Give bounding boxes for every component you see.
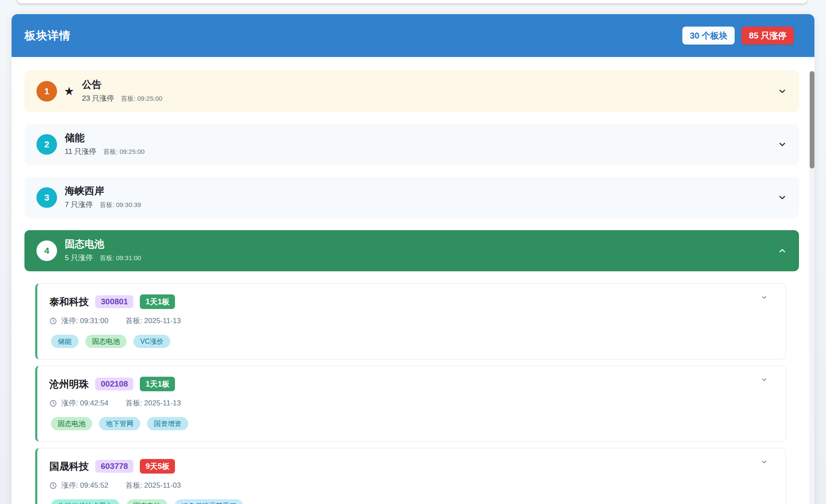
chevron-up-icon [778, 246, 787, 255]
concept-tag: 固态电池 [51, 417, 92, 430]
concept-tag: 固态电池 [127, 499, 168, 504]
sector-subtitle: 11 只涨停 首板: 09:25:00 [65, 147, 145, 156]
sector-subtitle: 23 只涨停 首板: 09:25:00 [82, 93, 162, 103]
sector-first-board-time: 首板: 09:31:00 [99, 254, 141, 262]
sector-subtitle: 7 只涨停 首板: 09:30:39 [65, 200, 141, 210]
concept-tag: 固态电池 [85, 335, 127, 348]
concept-tag: 地下管网 [99, 417, 140, 430]
stock-meta: 涨停: 09:45:52 首板: 2025-11-03 [49, 480, 773, 490]
stock-name: 泰和科技 [49, 295, 89, 309]
stock-head: 沧州明珠 002108 1天1板 [49, 377, 773, 391]
first-board-date: 首板: 2025-11-13 [126, 398, 181, 408]
sector-row-2[interactable]: 2 储能 11 只涨停 首板: 09:25:00 [24, 124, 799, 165]
tag-row: 固态电池 地下管网 国资增资 [51, 417, 773, 430]
rank-badge: 4 [36, 240, 57, 261]
stock-list: 泰和科技 300801 1天1板 涨停: 09:31:00 首板: 2025-1… [35, 283, 786, 504]
panel-body: 1 ★ 公告 23 只涨停 首板: 09:25:00 2 储能 11 只涨停 首… [12, 57, 814, 504]
sector-text: 公告 23 只涨停 首板: 09:25:00 [82, 79, 162, 103]
sector-count-badge: 30 个板块 [682, 27, 735, 45]
concept-tag: 绿色低碳示范工程 [175, 499, 243, 504]
rank-badge: 2 [36, 134, 57, 155]
tag-row: 储能 固态电池 VC涨价 [51, 335, 773, 348]
streak-badge: 1天1板 [140, 294, 175, 309]
sector-name: 固态电池 [65, 239, 141, 249]
stock-card-cangzhou[interactable]: 沧州明珠 002108 1天1板 涨停: 09:42:54 首板: 2025-1… [35, 366, 786, 442]
sector-limit-up-count: 7 只涨停 [65, 200, 93, 210]
limit-up-count-badge: 85 只涨停 [742, 27, 794, 45]
chevron-down-icon [778, 193, 787, 202]
first-board-date: 首板: 2025-11-03 [126, 480, 181, 490]
concept-tag: VC涨价 [133, 335, 170, 348]
rank-badge: 3 [36, 187, 57, 208]
first-board-date: 首板: 2025-11-13 [126, 316, 181, 326]
limit-up-time: 涨停: 09:45:52 [61, 480, 109, 490]
stock-name: 沧州明珠 [49, 378, 89, 391]
chevron-down-icon[interactable] [761, 459, 768, 467]
sector-row-3[interactable]: 3 海峡西岸 7 只涨停 首板: 09:30:39 [24, 177, 799, 218]
sector-limit-up-count: 23 只涨停 [82, 93, 114, 103]
concept-tag: 储能 [51, 335, 78, 348]
scrollbar-thumb[interactable] [810, 71, 814, 168]
sector-first-board-time: 首板: 09:25:00 [103, 148, 145, 156]
stock-meta: 涨停: 09:42:54 首板: 2025-11-13 [49, 398, 773, 408]
stock-code-badge: 002108 [95, 378, 133, 390]
stock-head: 泰和科技 300801 1天1板 [49, 294, 773, 309]
stock-card-guosheng[interactable]: 国晟科技 603778 9天5板 涨停: 09:45:52 首板: 2025-1… [35, 448, 786, 504]
concept-tag: 国资增资 [147, 417, 188, 430]
sector-first-board-time: 首板: 09:30:39 [99, 201, 141, 209]
streak-badge: 1天1板 [140, 377, 175, 391]
sector-limit-up-count: 5 只涨停 [65, 253, 93, 263]
scrollbar-track [809, 71, 814, 504]
rank-badge: 1 [36, 81, 57, 102]
tag-row: 先进光伏技术平台 固态电池 绿色低碳示范工程 [51, 499, 773, 504]
stock-card-taihe[interactable]: 泰和科技 300801 1天1板 涨停: 09:31:00 首板: 2025-1… [35, 283, 786, 360]
clock-icon [49, 482, 57, 489]
chevron-down-icon [778, 87, 787, 96]
chevron-down-icon[interactable] [761, 294, 768, 303]
limit-up-time: 涨停: 09:42:54 [61, 398, 109, 408]
clock-icon [49, 399, 57, 407]
stock-name: 国晟科技 [49, 460, 89, 473]
sector-text: 储能 11 只涨停 首板: 09:25:00 [65, 132, 145, 156]
sector-detail-panel: 板块详情 30 个板块 85 只涨停 1 ★ 公告 23 只涨停 首板: 09:… [12, 14, 814, 504]
header-badges: 30 个板块 85 只涨停 [682, 27, 794, 45]
sector-first-board-time: 首板: 09:25:00 [121, 95, 163, 103]
star-icon: ★ [64, 86, 74, 97]
limit-up-time: 涨停: 09:31:00 [61, 316, 109, 326]
streak-badge: 9天5板 [140, 459, 175, 474]
stock-meta: 涨停: 09:31:00 首板: 2025-11-13 [49, 316, 773, 326]
sector-name: 公告 [82, 79, 162, 90]
stock-code-badge: 603778 [95, 460, 133, 473]
sector-subtitle: 5 只涨停 首板: 09:31:00 [65, 253, 141, 263]
sector-text: 固态电池 5 只涨停 首板: 09:31:00 [65, 239, 141, 262]
sector-name: 海峡西岸 [65, 186, 141, 196]
sector-text: 海峡西岸 7 只涨停 首板: 09:30:39 [65, 186, 141, 209]
stock-head: 国晟科技 603778 9天5板 [49, 459, 773, 474]
chevron-down-icon[interactable] [761, 376, 768, 385]
sector-name: 储能 [65, 132, 145, 143]
chevron-down-icon [778, 140, 787, 149]
sector-row-4[interactable]: 4 固态电池 5 只涨停 首板: 09:31:00 [24, 230, 799, 271]
previous-card-bottom-edge [17, 0, 807, 3]
panel-header: 板块详情 30 个板块 85 只涨停 [12, 14, 814, 57]
sector-limit-up-count: 11 只涨停 [65, 147, 96, 156]
clock-icon [49, 317, 57, 325]
stock-code-badge: 300801 [95, 295, 133, 308]
concept-tag: 先进光伏技术平台 [51, 499, 120, 504]
page-title: 板块详情 [24, 28, 71, 43]
sector-row-1[interactable]: 1 ★ 公告 23 只涨停 首板: 09:25:00 [24, 71, 799, 112]
